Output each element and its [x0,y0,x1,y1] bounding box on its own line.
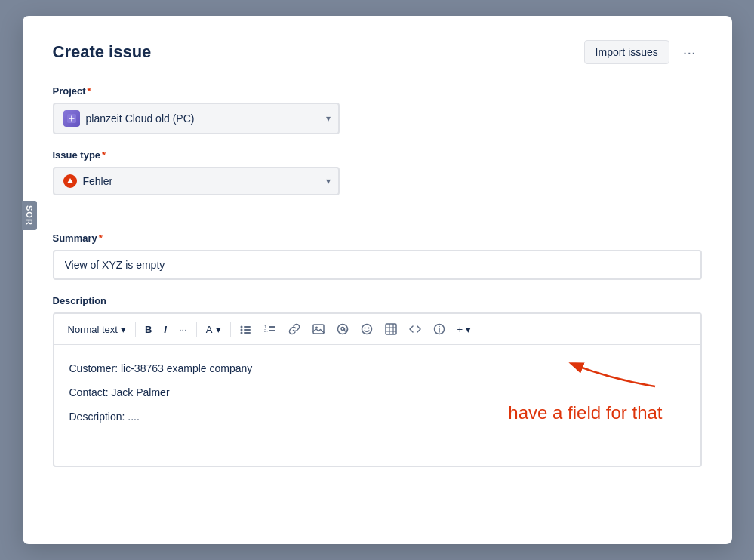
left-accent-label: SOR [22,201,37,230]
insert-plus-label: + [457,324,463,335]
svg-rect-8 [269,326,275,328]
project-icon [63,110,80,127]
insert-plus-button[interactable]: + ▾ [453,321,476,338]
more-options-button[interactable]: ··· [677,41,702,64]
project-field-group: Project* planzeit Cloud old (PC) ▾ [53,85,702,134]
issue-type-select-value: Fehler [83,175,113,187]
svg-rect-4 [244,329,251,331]
project-select-wrapper: planzeit Cloud old (PC) ▾ [53,103,340,134]
description-editor: Normal text ▾ B I ··· A ▾ [53,312,702,467]
description-line-3: Description: .... [69,408,685,426]
mention-button[interactable] [332,320,353,338]
mention-icon [337,323,349,335]
project-required-marker: * [88,85,91,97]
svg-point-17 [368,328,369,329]
text-color-label: A [206,324,213,335]
create-issue-modal: SOR Create issue Import issues ··· Proje… [23,16,732,544]
svg-text:2.: 2. [264,328,268,333]
emoji-icon [361,323,373,335]
table-icon [385,323,397,335]
text-color-button[interactable]: A ▾ [202,321,226,338]
svg-point-15 [362,325,371,334]
code-icon [409,323,421,335]
project-select-value: planzeit Cloud old (PC) [86,112,195,125]
import-issues-button[interactable]: Import issues [584,40,669,64]
emoji-button[interactable] [356,320,377,338]
text-style-button[interactable]: Normal text ▾ [63,321,131,338]
image-button[interactable] [308,320,329,338]
summary-required-marker: * [99,232,103,244]
section-divider [53,214,702,214]
info-button[interactable] [429,320,450,338]
toolbar-divider-3 [230,322,231,337]
description-label: Description [53,295,702,306]
toolbar-divider-1 [135,322,136,337]
svg-rect-18 [386,324,396,334]
insert-plus-chevron: ▾ [466,324,471,335]
description-line-2: Contact: Jack Palmer [69,384,685,402]
image-icon [312,323,325,335]
issue-type-select-wrapper: Fehler ▾ [53,167,340,195]
svg-point-13 [337,325,347,334]
text-style-label: Normal text [68,324,118,335]
editor-toolbar: Normal text ▾ B I ··· A ▾ [54,314,700,345]
italic-button[interactable]: I [159,321,171,338]
issue-type-required-marker: * [102,149,106,161]
header-actions: Import issues ··· [584,40,702,64]
modal-header: Create issue Import issues ··· [53,40,702,64]
svg-point-12 [315,327,318,329]
toolbar-divider-2 [196,322,197,337]
summary-label: Summary* [53,232,702,244]
project-label: Project* [53,85,702,97]
info-icon [433,323,445,335]
summary-input[interactable] [53,250,702,280]
link-button[interactable] [284,320,305,338]
numbered-list-icon: 1. 2. [264,323,276,335]
svg-point-3 [240,329,242,331]
svg-rect-11 [313,325,324,334]
description-line-1: Customer: lic-38763 example company [69,360,685,378]
project-select[interactable]: planzeit Cloud old (PC) [53,103,340,134]
bullet-list-button[interactable] [235,320,257,338]
bullet-list-icon [240,323,252,335]
svg-point-16 [364,328,365,329]
svg-rect-2 [244,326,251,328]
text-color-chevron-icon: ▾ [216,324,221,335]
issue-type-select[interactable]: Fehler [53,167,340,195]
text-style-chevron-icon: ▾ [121,324,126,335]
svg-point-25 [439,326,440,328]
numbered-list-button[interactable]: 1. 2. [260,320,281,338]
bold-button[interactable]: B [140,321,156,338]
summary-field-group: Summary* [53,232,702,280]
issue-type-label: Issue type* [53,149,702,161]
code-button[interactable] [405,320,426,338]
svg-point-14 [341,328,344,331]
description-field-group: Description Normal text ▾ B I ··· A ▾ [53,295,702,467]
link-icon [288,323,300,335]
svg-point-5 [240,332,242,334]
issue-type-icon [63,174,77,188]
editor-content-area[interactable]: Customer: lic-38763 example company Cont… [54,345,700,466]
svg-point-1 [240,326,242,328]
svg-rect-10 [269,330,275,331]
modal-title: Create issue [53,42,152,62]
svg-rect-6 [244,332,251,334]
more-formatting-button[interactable]: ··· [174,321,192,338]
issue-type-field-group: Issue type* Fehler ▾ [53,149,702,195]
table-button[interactable] [380,320,402,338]
